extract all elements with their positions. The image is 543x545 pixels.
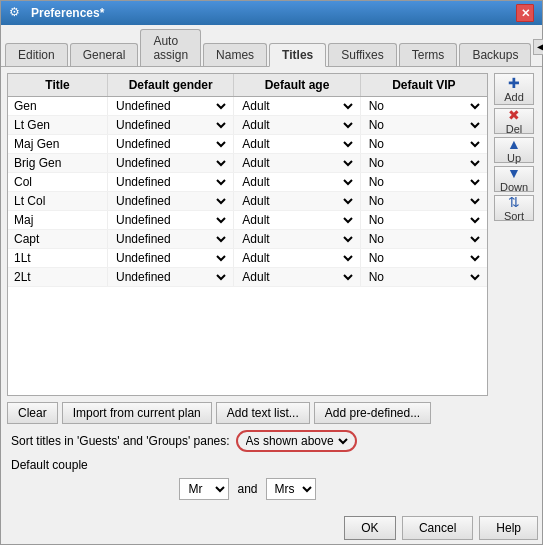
vip-select[interactable]: NoYes (365, 193, 483, 209)
cell-vip[interactable]: NoYes (361, 173, 487, 191)
cell-age[interactable]: AdultChildUnknown (234, 192, 360, 210)
tab-auto-assign[interactable]: Auto assign (140, 29, 201, 66)
cell-vip[interactable]: NoYes (361, 135, 487, 153)
vip-select[interactable]: NoYes (365, 117, 483, 133)
up-button[interactable]: ▲ Up (494, 137, 534, 163)
cell-title: Maj Gen (8, 135, 108, 153)
vip-select[interactable]: NoYes (365, 212, 483, 228)
age-select[interactable]: AdultChildUnknown (238, 269, 355, 285)
cell-age[interactable]: AdultChildUnknown (234, 249, 360, 267)
cell-age[interactable]: AdultChildUnknown (234, 173, 360, 191)
age-select[interactable]: AdultChildUnknown (238, 155, 355, 171)
add-predef-button[interactable]: Add pre-defined... (314, 402, 431, 424)
sort-select[interactable]: As shown above Alphabetically By frequen… (242, 433, 351, 449)
table-row[interactable]: MajUndefinedMaleFemaleAdultChildUnknownN… (8, 211, 487, 230)
cell-gender[interactable]: UndefinedMaleFemale (108, 116, 234, 134)
cell-vip[interactable]: NoYes (361, 268, 487, 286)
cancel-button[interactable]: Cancel (402, 516, 473, 540)
tab-suffixes[interactable]: Suffixes (328, 43, 396, 66)
cell-age[interactable]: AdultChildUnknown (234, 97, 360, 115)
age-select[interactable]: AdultChildUnknown (238, 231, 355, 247)
help-button[interactable]: Help (479, 516, 538, 540)
vip-select[interactable]: NoYes (365, 250, 483, 266)
couple-mr-select[interactable]: Mr Mrs Ms Dr (179, 478, 229, 500)
cell-gender[interactable]: UndefinedMaleFemale (108, 192, 234, 210)
tab-titles[interactable]: Titles (269, 43, 326, 67)
table-row[interactable]: CaptUndefinedMaleFemaleAdultChildUnknown… (8, 230, 487, 249)
gender-select[interactable]: UndefinedMaleFemale (112, 231, 229, 247)
tab-backups[interactable]: Backups (459, 43, 531, 66)
cell-vip[interactable]: NoYes (361, 249, 487, 267)
age-select[interactable]: AdultChildUnknown (238, 117, 355, 133)
cell-gender[interactable]: UndefinedMaleFemale (108, 268, 234, 286)
gender-select[interactable]: UndefinedMaleFemale (112, 193, 229, 209)
tab-edition[interactable]: Edition (5, 43, 68, 66)
table-row[interactable]: Maj GenUndefinedMaleFemaleAdultChildUnkn… (8, 135, 487, 154)
vip-select[interactable]: NoYes (365, 98, 483, 114)
cell-age[interactable]: AdultChildUnknown (234, 268, 360, 286)
table-row[interactable]: Lt ColUndefinedMaleFemaleAdultChildUnkno… (8, 192, 487, 211)
gender-select[interactable]: UndefinedMaleFemale (112, 136, 229, 152)
age-select[interactable]: AdultChildUnknown (238, 136, 355, 152)
cell-title: Lt Col (8, 192, 108, 210)
age-select[interactable]: AdultChildUnknown (238, 193, 355, 209)
vip-select[interactable]: NoYes (365, 136, 483, 152)
gender-select[interactable]: UndefinedMaleFemale (112, 117, 229, 133)
add-button[interactable]: ✚ Add (494, 73, 534, 105)
table-row[interactable]: Brig GenUndefinedMaleFemaleAdultChildUnk… (8, 154, 487, 173)
cell-gender[interactable]: UndefinedMaleFemale (108, 230, 234, 248)
del-button[interactable]: ✖ Del (494, 108, 534, 134)
cell-gender[interactable]: UndefinedMaleFemale (108, 173, 234, 191)
cell-age[interactable]: AdultChildUnknown (234, 211, 360, 229)
age-select[interactable]: AdultChildUnknown (238, 212, 355, 228)
cell-gender[interactable]: UndefinedMaleFemale (108, 97, 234, 115)
gender-select[interactable]: UndefinedMaleFemale (112, 155, 229, 171)
vip-select[interactable]: NoYes (365, 174, 483, 190)
cell-gender[interactable]: UndefinedMaleFemale (108, 211, 234, 229)
cell-gender[interactable]: UndefinedMaleFemale (108, 249, 234, 267)
add-text-button[interactable]: Add text list... (216, 402, 310, 424)
gender-select[interactable]: UndefinedMaleFemale (112, 250, 229, 266)
cell-vip[interactable]: NoYes (361, 211, 487, 229)
cell-age[interactable]: AdultChildUnknown (234, 230, 360, 248)
tab-terms[interactable]: Terms (399, 43, 458, 66)
cell-vip[interactable]: NoYes (361, 154, 487, 172)
tab-general[interactable]: General (70, 43, 139, 66)
down-button[interactable]: ▼ Down (494, 166, 534, 192)
vip-select[interactable]: NoYes (365, 231, 483, 247)
table-row[interactable]: 2LtUndefinedMaleFemaleAdultChildUnknownN… (8, 268, 487, 287)
cell-vip[interactable]: NoYes (361, 97, 487, 115)
table-row[interactable]: Lt GenUndefinedMaleFemaleAdultChildUnkno… (8, 116, 487, 135)
tab-prev-button[interactable]: ◀ (533, 39, 543, 55)
age-select[interactable]: AdultChildUnknown (238, 98, 355, 114)
table-row[interactable]: ColUndefinedMaleFemaleAdultChildUnknownN… (8, 173, 487, 192)
gender-select[interactable]: UndefinedMaleFemale (112, 98, 229, 114)
table-header: Title Default gender Default age Default… (8, 74, 487, 97)
cell-gender[interactable]: UndefinedMaleFemale (108, 135, 234, 153)
vip-select[interactable]: NoYes (365, 269, 483, 285)
cell-age[interactable]: AdultChildUnknown (234, 135, 360, 153)
ok-button[interactable]: OK (344, 516, 396, 540)
table-row[interactable]: 1LtUndefinedMaleFemaleAdultChildUnknownN… (8, 249, 487, 268)
close-button[interactable]: ✕ (516, 4, 534, 22)
import-button[interactable]: Import from current plan (62, 402, 212, 424)
table-row[interactable]: GenUndefinedMaleFemaleAdultChildUnknownN… (8, 97, 487, 116)
cell-age[interactable]: AdultChildUnknown (234, 116, 360, 134)
cell-vip[interactable]: NoYes (361, 192, 487, 210)
col-vip: Default VIP (361, 74, 487, 96)
gender-select[interactable]: UndefinedMaleFemale (112, 212, 229, 228)
cell-title: Gen (8, 97, 108, 115)
age-select[interactable]: AdultChildUnknown (238, 174, 355, 190)
cell-vip[interactable]: NoYes (361, 230, 487, 248)
cell-gender[interactable]: UndefinedMaleFemale (108, 154, 234, 172)
clear-button[interactable]: Clear (7, 402, 58, 424)
tab-names[interactable]: Names (203, 43, 267, 66)
age-select[interactable]: AdultChildUnknown (238, 250, 355, 266)
vip-select[interactable]: NoYes (365, 155, 483, 171)
sort-button[interactable]: ⇅ Sort (494, 195, 534, 221)
gender-select[interactable]: UndefinedMaleFemale (112, 269, 229, 285)
cell-age[interactable]: AdultChildUnknown (234, 154, 360, 172)
couple-mrs-select[interactable]: Mrs Mr Ms Dr (266, 478, 316, 500)
cell-vip[interactable]: NoYes (361, 116, 487, 134)
gender-select[interactable]: UndefinedMaleFemale (112, 174, 229, 190)
